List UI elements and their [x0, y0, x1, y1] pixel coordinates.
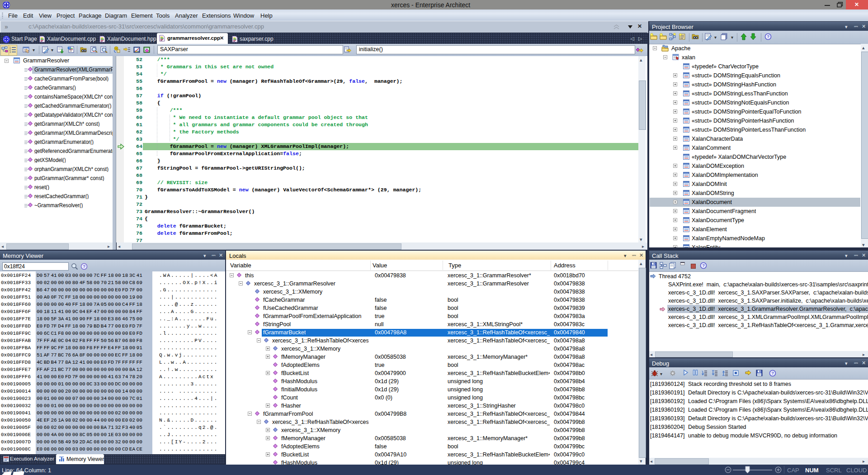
svg-text:3: 3: [9, 51, 11, 53]
svg-text:?: ?: [767, 34, 769, 39]
svg-text:?: ?: [702, 263, 705, 268]
svg-text:?: ?: [771, 370, 774, 375]
svg-text:T: T: [68, 46, 70, 49]
svg-text:?: ?: [83, 264, 85, 269]
